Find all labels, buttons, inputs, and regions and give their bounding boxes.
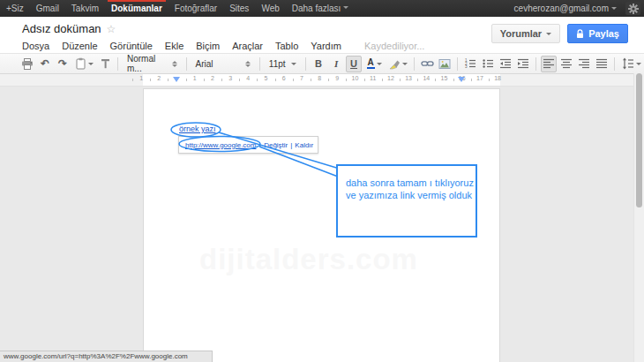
highlighter-icon <box>389 58 401 70</box>
ruler-scale: 21123456789101112131415161718 <box>0 73 644 86</box>
font-size-dropdown[interactable]: 11pt <box>265 57 301 72</box>
ruler-number: 13 <box>405 75 412 81</box>
ruler-tick <box>489 79 490 81</box>
align-center-button[interactable] <box>558 56 574 72</box>
document-link-text[interactable]: örnek yazı <box>179 124 216 133</box>
text-color-button[interactable]: A <box>363 56 385 72</box>
justify-button[interactable] <box>594 56 610 72</box>
redo-button[interactable]: ↷ <box>55 56 71 72</box>
menu-tools[interactable]: Araçlar <box>232 41 263 51</box>
font-dropdown[interactable]: Arial <box>191 57 255 72</box>
styles-dropdown[interactable]: Normal m... <box>123 57 182 72</box>
status-url-text: www.google.com/url?q=http%3A%2F%2Fwww.go… <box>4 352 188 360</box>
account-menu[interactable]: cevherozan@gmail.com <box>511 0 620 17</box>
ruler-number: 1 <box>139 75 143 81</box>
watermark-text: dijitalders.com <box>199 243 418 276</box>
ruler-number: 5 <box>265 75 268 81</box>
ruler-tick <box>471 79 472 81</box>
link-icon <box>421 57 434 70</box>
toolbar-separator <box>414 57 415 71</box>
menu-view[interactable]: Görüntüle <box>110 41 153 51</box>
undo-button[interactable]: ↶ <box>37 56 53 72</box>
ruler-number: 4 <box>246 75 250 81</box>
nav-gmail[interactable]: Gmail <box>30 0 65 17</box>
chevron-down-icon <box>546 33 551 38</box>
underline-button[interactable]: U <box>346 56 362 72</box>
print-button[interactable] <box>19 56 35 72</box>
line-spacing-icon <box>622 57 634 70</box>
bubble-remove-link[interactable]: Kaldır <box>295 141 313 149</box>
align-left-icon <box>543 57 555 70</box>
indent-icon <box>517 57 529 70</box>
insert-image-button[interactable] <box>437 56 453 72</box>
insert-link-button[interactable] <box>419 56 435 72</box>
right-indent-marker[interactable] <box>458 77 465 82</box>
decrease-indent-button[interactable] <box>498 56 513 72</box>
bold-button[interactable]: B <box>311 56 326 72</box>
bubble-change-link[interactable]: Değiştir <box>264 141 288 149</box>
document-header: Adsız doküman ☆ Dosya Düzenle Görüntüle … <box>0 17 644 53</box>
ruler-number: 2 <box>157 75 161 81</box>
scrollbar-thumb[interactable] <box>636 73 642 207</box>
nav-more-menu[interactable]: Daha fazlası <box>286 0 355 17</box>
account-email: cevherozan@gmail.com <box>514 0 609 17</box>
toolbar-separator <box>305 57 306 71</box>
italic-button[interactable]: I <box>328 56 344 72</box>
ruler-tick <box>275 79 276 81</box>
web-clipboard-button[interactable] <box>72 56 95 72</box>
increase-indent-button[interactable] <box>515 56 531 72</box>
lock-icon <box>576 29 584 39</box>
highlight-color-button[interactable] <box>386 56 409 72</box>
ruler-number: 17 <box>476 75 483 81</box>
align-center-icon <box>560 57 573 70</box>
nav-photos[interactable]: Fotoğraflar <box>168 0 223 17</box>
align-right-button[interactable] <box>576 56 592 72</box>
nav-calendar[interactable]: Takvim <box>65 0 105 17</box>
ruler-tick <box>364 79 365 81</box>
redo-icon: ↷ <box>58 57 67 70</box>
menu-edit[interactable]: Düzenle <box>62 41 97 51</box>
vertical-scrollbar[interactable] <box>633 73 644 362</box>
nav-web[interactable]: Web <box>255 0 285 17</box>
updown-icon <box>172 61 177 67</box>
ruler-tick <box>150 79 151 81</box>
ruler-tick <box>382 79 383 81</box>
chevron-down-icon <box>377 63 382 68</box>
line-spacing-button[interactable] <box>619 56 644 72</box>
ruler-number: 10 <box>352 75 359 81</box>
underline-icon: U <box>350 58 357 69</box>
document-title[interactable]: Adsız doküman <box>22 22 101 35</box>
share-button[interactable]: Paylaş <box>567 24 628 43</box>
bubble-url-link[interactable]: http://www.google.com <box>185 141 256 149</box>
bubble-dash: - <box>258 141 261 149</box>
ruler-number: 15 <box>441 75 448 81</box>
left-indent-marker[interactable] <box>173 77 180 82</box>
comments-button[interactable]: Yorumlar <box>491 24 560 43</box>
chevron-down-icon <box>343 6 348 11</box>
numbered-list-button[interactable]: 123 <box>462 56 478 72</box>
document-area: dijitalders.com <box>0 87 644 362</box>
undo-icon: ↶ <box>41 57 49 70</box>
menu-file[interactable]: Dosya <box>22 41 49 51</box>
google-topbar: +Siz Gmail Takvim Dokümanlar Fotoğraflar… <box>0 0 644 17</box>
comments-label: Yorumlar <box>500 28 542 39</box>
settings-button[interactable] <box>625 2 640 15</box>
chevron-down-icon <box>88 63 94 68</box>
align-left-button[interactable] <box>541 56 557 72</box>
menu-format[interactable]: Biçim <box>196 41 220 51</box>
menu-help[interactable]: Yardım <box>311 41 341 51</box>
bulleted-list-button[interactable] <box>480 56 496 72</box>
star-icon[interactable]: ☆ <box>107 23 116 35</box>
bold-icon: B <box>315 58 322 69</box>
nav-documents[interactable]: Dokümanlar <box>105 0 168 17</box>
menu-table[interactable]: Tablo <box>275 41 298 51</box>
nav-plus-you[interactable]: +Siz <box>0 0 30 17</box>
outdent-icon <box>499 57 512 70</box>
nav-sites[interactable]: Sites <box>223 0 255 17</box>
paint-format-button[interactable] <box>97 56 113 72</box>
bubble-separator: | <box>290 141 292 149</box>
chevron-down-icon <box>402 63 408 68</box>
italic-icon: I <box>334 58 338 69</box>
ruler-number: 8 <box>318 75 321 81</box>
menu-insert[interactable]: Ekle <box>165 41 183 51</box>
